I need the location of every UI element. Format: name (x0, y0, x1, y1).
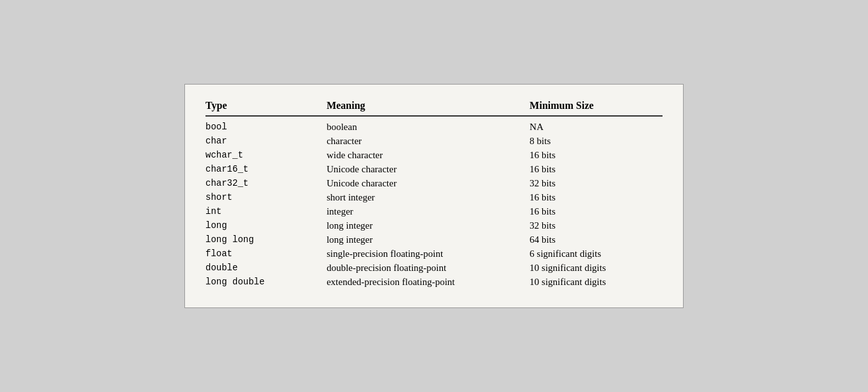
table-row: char16_tUnicode character16 bits (205, 163, 663, 177)
cell-type: char16_t (205, 163, 326, 177)
cell-type: char (205, 135, 326, 149)
cell-meaning: character (326, 135, 529, 149)
cell-size: 8 bits (529, 135, 663, 149)
cell-meaning: Unicode character (326, 163, 529, 177)
header-type: Type (205, 100, 326, 116)
cell-type: float (205, 247, 326, 261)
cell-type: double (205, 261, 326, 275)
cell-size: 32 bits (529, 219, 663, 233)
cell-meaning: extended-precision floating-point (326, 275, 529, 290)
header-meaning: Meaning (326, 100, 529, 116)
table-row: char32_tUnicode character32 bits (205, 177, 663, 191)
cell-type: bool (205, 117, 326, 135)
table-row: wchar_twide character16 bits (205, 149, 663, 163)
cell-meaning: wide character (326, 149, 529, 163)
cell-type: long double (205, 275, 326, 290)
cell-size: 16 bits (529, 163, 663, 177)
table-row: floatsingle-precision floating-point6 si… (205, 247, 663, 261)
cell-size: 6 significant digits (529, 247, 663, 261)
main-container: Type Meaning Minimum Size boolbooleanNAc… (184, 84, 684, 308)
cell-size: 10 significant digits (529, 275, 663, 290)
cell-meaning: long integer (326, 233, 529, 247)
table-row: long doubleextended-precision floating-p… (205, 275, 663, 290)
table-row: long longlong integer64 bits (205, 233, 663, 247)
cell-type: wchar_t (205, 149, 326, 163)
cell-size: 16 bits (529, 205, 663, 219)
cell-size: 10 significant digits (529, 261, 663, 275)
cell-size: 64 bits (529, 233, 663, 247)
cell-type: long long (205, 233, 326, 247)
cell-type: char32_t (205, 177, 326, 191)
cell-meaning: Unicode character (326, 177, 529, 191)
cell-size: 16 bits (529, 149, 663, 163)
table-row: boolbooleanNA (205, 117, 663, 135)
table-row: shortshort integer16 bits (205, 191, 663, 205)
cell-meaning: single-precision floating-point (326, 247, 529, 261)
cell-meaning: long integer (326, 219, 529, 233)
cell-type: int (205, 205, 326, 219)
cell-size: 16 bits (529, 191, 663, 205)
cell-size: NA (529, 117, 663, 135)
cell-meaning: double-precision floating-point (326, 261, 529, 275)
header-min-size: Minimum Size (529, 100, 663, 116)
table-row: doubledouble-precision floating-point10 … (205, 261, 663, 275)
table-row: intinteger16 bits (205, 205, 663, 219)
data-types-table: Type Meaning Minimum Size boolbooleanNAc… (205, 100, 663, 290)
table-row: longlong integer32 bits (205, 219, 663, 233)
cell-meaning: short integer (326, 191, 529, 205)
cell-size: 32 bits (529, 177, 663, 191)
cell-type: short (205, 191, 326, 205)
cell-meaning: integer (326, 205, 529, 219)
table-row: charcharacter8 bits (205, 135, 663, 149)
cell-meaning: boolean (326, 117, 529, 135)
cell-type: long (205, 219, 326, 233)
